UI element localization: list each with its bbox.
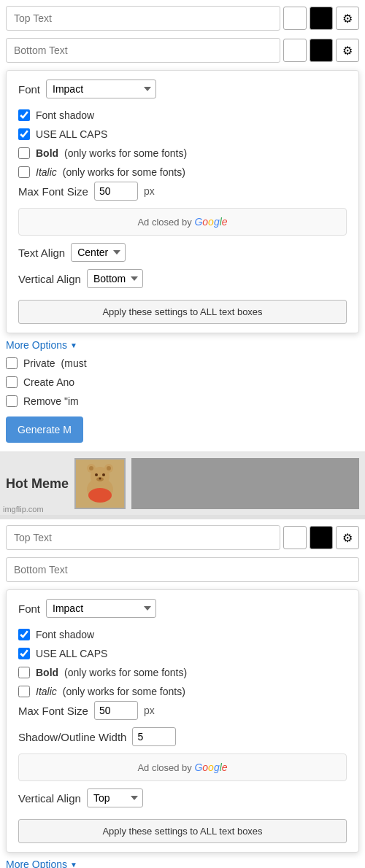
vertical-align-label-2: Vertical Align bbox=[18, 792, 81, 805]
use-all-caps-label-2: USE ALL CAPS bbox=[36, 648, 107, 659]
private-label-1: Private bbox=[23, 357, 55, 369]
bottom-text-row: ⚙ bbox=[0, 35, 365, 66]
font-shadow-checkbox-2[interactable] bbox=[18, 629, 30, 640]
generate-button-1[interactable]: Generate M bbox=[6, 416, 83, 443]
top-text-white-color[interactable] bbox=[283, 7, 307, 30]
bottom-text-input[interactable] bbox=[6, 38, 280, 63]
font-shadow-label-2: Font shadow bbox=[36, 629, 94, 640]
section-1: ⚙ ⚙ Font Impact Arial Times New Roman Fo… bbox=[0, 0, 365, 515]
bottom-text-white-color[interactable] bbox=[283, 39, 307, 62]
font-shadow-label: Font shadow bbox=[36, 109, 94, 121]
bottom-text-row-2 bbox=[0, 554, 365, 585]
svg-point-9 bbox=[99, 478, 101, 480]
top-text-row: ⚙ bbox=[0, 0, 365, 31]
more-options-label-1: More Options bbox=[6, 339, 67, 351]
svg-point-6 bbox=[95, 473, 98, 476]
font-select[interactable]: Impact Arial Times New Roman bbox=[46, 80, 156, 98]
bold-checkbox-2[interactable] bbox=[18, 667, 30, 678]
font-row: Font Impact Arial Times New Roman bbox=[18, 80, 347, 98]
font-label: Font bbox=[18, 83, 40, 96]
more-options-label-2: More Options bbox=[6, 859, 67, 868]
more-options-btn-1[interactable]: More Options ▼ bbox=[6, 336, 359, 354]
create-anon-row-1: Create Ano bbox=[6, 373, 359, 392]
use-all-caps-checkbox-2[interactable] bbox=[18, 648, 30, 659]
italic-row-2: Italic (only works for some fonts) bbox=[18, 682, 347, 701]
shadow-outline-row: Shadow/Outline Width bbox=[18, 727, 347, 746]
meme-thumbnail-1 bbox=[74, 458, 126, 509]
top-text-input-2[interactable] bbox=[6, 525, 280, 550]
bold-checkbox[interactable] bbox=[18, 147, 30, 159]
watermark-1: imgflip.com bbox=[0, 503, 47, 515]
apply-all-button-1[interactable]: Apply these settings to ALL text boxes bbox=[18, 300, 347, 324]
more-options-arrow-1: ▼ bbox=[70, 341, 77, 349]
section-2: ⚙ Font Impact Arial Times New Roman Font… bbox=[0, 519, 365, 868]
google-logo: Google bbox=[194, 216, 227, 228]
top-text-black-color[interactable] bbox=[310, 7, 333, 30]
bottom-text-black-color[interactable] bbox=[310, 39, 333, 62]
use-all-caps-label: USE ALL CAPS bbox=[36, 128, 107, 140]
font-label-2: Font bbox=[18, 602, 40, 615]
private-note-1: (must bbox=[61, 357, 87, 369]
bottom-text-gear-button[interactable]: ⚙ bbox=[336, 39, 359, 62]
vertical-align-select-1[interactable]: Bottom Top Middle bbox=[87, 269, 143, 288]
svg-point-5 bbox=[107, 466, 111, 470]
remove-label-1: Remove "im bbox=[23, 395, 79, 407]
bold-row-2: Bold (only works for some fonts) bbox=[18, 663, 347, 682]
text-align-row: Text Align Center Left Right bbox=[18, 243, 347, 262]
top-text-black-color-2[interactable] bbox=[310, 526, 333, 549]
font-shadow-row-2: Font shadow bbox=[18, 625, 347, 644]
text-align-label: Text Align bbox=[18, 247, 65, 259]
more-options-area-2: More Options ▼ Private (must Create Ano … bbox=[0, 853, 365, 868]
max-font-size-row-2: Max Font Size px bbox=[18, 701, 347, 720]
svg-point-4 bbox=[89, 466, 93, 470]
vertical-align-label-1: Vertical Align bbox=[18, 273, 81, 285]
max-font-size-input-2[interactable] bbox=[94, 701, 138, 720]
bold-note-2: (only works for some fonts) bbox=[64, 667, 187, 678]
max-font-size-label-2: Max Font Size bbox=[18, 705, 88, 717]
font-shadow-checkbox[interactable] bbox=[18, 109, 30, 121]
options-panel-2: Font Impact Arial Times New Roman Font s… bbox=[6, 589, 359, 853]
bold-label: Bold bbox=[36, 147, 58, 159]
top-text-row-2: ⚙ bbox=[0, 519, 365, 550]
italic-checkbox-2[interactable] bbox=[18, 686, 30, 697]
apply-all-button-2[interactable]: Apply these settings to ALL text boxes bbox=[18, 819, 347, 843]
options-panel-1: Font Impact Arial Times New Roman Font s… bbox=[6, 70, 359, 333]
top-text-input[interactable] bbox=[6, 6, 280, 31]
more-options-arrow-2: ▼ bbox=[70, 861, 77, 869]
create-anon-label-1: Create Ano bbox=[23, 376, 74, 388]
italic-note: (only works for some fonts) bbox=[63, 166, 185, 178]
italic-checkbox[interactable] bbox=[18, 166, 30, 178]
ad-closed-bar-1: Ad closed by Google bbox=[18, 208, 347, 236]
italic-label-2: Italic bbox=[36, 686, 57, 697]
top-text-gear-button[interactable]: ⚙ bbox=[336, 7, 359, 30]
private-row-1: Private (must bbox=[6, 354, 359, 373]
ad-closed-text-2: Ad closed by bbox=[137, 762, 194, 773]
vertical-align-row-2: Vertical Align Top Middle Bottom bbox=[18, 788, 347, 807]
create-anon-checkbox-1[interactable] bbox=[6, 376, 18, 388]
italic-note-2: (only works for some fonts) bbox=[63, 686, 185, 697]
use-all-caps-row-2: USE ALL CAPS bbox=[18, 644, 347, 663]
max-font-size-label: Max Font Size bbox=[18, 185, 88, 198]
vertical-align-select-2[interactable]: Top Middle Bottom bbox=[87, 788, 143, 807]
remove-checkbox-1[interactable] bbox=[6, 395, 18, 407]
top-text-gear-button-2[interactable]: ⚙ bbox=[336, 526, 359, 549]
text-align-select[interactable]: Center Left Right bbox=[71, 243, 126, 262]
meme-section-1: Hot Meme bbox=[0, 452, 365, 515]
font-select-2[interactable]: Impact Arial Times New Roman bbox=[46, 599, 156, 618]
shadow-outline-input[interactable] bbox=[132, 727, 176, 746]
px-label: px bbox=[144, 185, 155, 197]
meme-bg-1 bbox=[131, 458, 359, 509]
top-text-white-color-2[interactable] bbox=[283, 526, 307, 549]
private-checkbox-1[interactable] bbox=[6, 357, 18, 369]
use-all-caps-checkbox[interactable] bbox=[18, 128, 30, 140]
svg-point-7 bbox=[102, 473, 105, 476]
more-options-btn-2[interactable]: More Options ▼ bbox=[6, 856, 359, 868]
bottom-text-input-2[interactable] bbox=[6, 557, 359, 582]
ad-closed-bar-2: Ad closed by Google bbox=[18, 753, 347, 781]
bold-label-2: Bold bbox=[36, 667, 58, 678]
bold-row: Bold (only works for some fonts) bbox=[18, 144, 347, 163]
vertical-align-row-1: Vertical Align Bottom Top Middle bbox=[18, 269, 347, 288]
google-logo-2: Google bbox=[194, 762, 227, 773]
remove-row-1: Remove "im bbox=[6, 392, 359, 411]
max-font-size-input[interactable] bbox=[94, 182, 138, 201]
